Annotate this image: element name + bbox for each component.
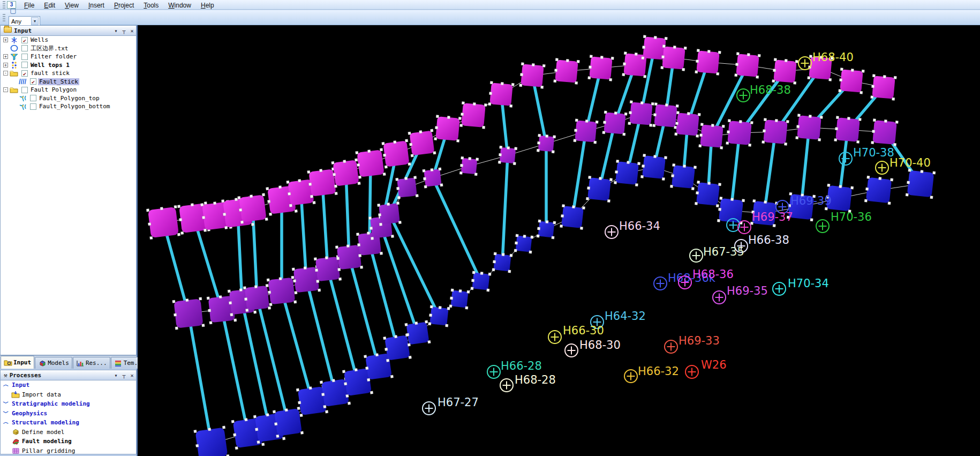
node-handle[interactable]: [460, 124, 463, 126]
fault-stick-node[interactable]: [435, 116, 460, 141]
node-handle[interactable]: [531, 236, 533, 238]
node-handle[interactable]: [296, 388, 299, 392]
node-handle[interactable]: [318, 289, 320, 291]
menu-item-window[interactable]: Window: [163, 1, 196, 10]
node-handle[interactable]: [221, 199, 224, 203]
tab-models[interactable]: Models: [35, 357, 72, 369]
node-handle[interactable]: [298, 179, 301, 182]
node-handle[interactable]: [295, 291, 297, 294]
node-handle[interactable]: [405, 323, 408, 326]
expander-icon[interactable]: +: [3, 54, 8, 59]
node-handle[interactable]: [537, 235, 539, 237]
fault-stick-node[interactable]: [461, 158, 477, 174]
node-handle[interactable]: [430, 129, 433, 132]
node-handle[interactable]: [572, 205, 575, 208]
node-handle[interactable]: [718, 208, 721, 211]
node-handle[interactable]: [332, 379, 335, 382]
node-handle[interactable]: [773, 224, 775, 227]
node-handle[interactable]: [251, 223, 254, 226]
fault-stick-node[interactable]: [308, 169, 336, 196]
node-handle[interactable]: [851, 69, 854, 71]
node-handle[interactable]: [884, 119, 887, 122]
node-handle[interactable]: [219, 295, 222, 298]
node-handle[interactable]: [377, 204, 380, 206]
fault-stick-node[interactable]: [489, 83, 512, 106]
node-handle[interactable]: [208, 309, 210, 312]
node-handle[interactable]: [614, 111, 617, 114]
node-handle[interactable]: [365, 367, 368, 370]
node-handle[interactable]: [718, 51, 721, 54]
node-handle[interactable]: [763, 129, 765, 132]
node-handle[interactable]: [574, 129, 577, 132]
fault-stick-node[interactable]: [472, 273, 490, 290]
node-handle[interactable]: [542, 64, 545, 67]
node-handle[interactable]: [300, 431, 304, 435]
menu-item-help[interactable]: Help: [196, 1, 219, 10]
node-handle[interactable]: [758, 54, 760, 57]
node-handle[interactable]: [172, 300, 175, 303]
node-handle[interactable]: [892, 98, 894, 100]
node-handle[interactable]: [795, 60, 798, 63]
node-handle[interactable]: [540, 86, 543, 88]
node-handle[interactable]: [590, 55, 592, 58]
node-handle[interactable]: [537, 227, 540, 230]
node-handle[interactable]: [344, 382, 347, 385]
node-handle[interactable]: [335, 192, 338, 195]
fault-stick-node[interactable]: [797, 115, 821, 140]
node-handle[interactable]: [310, 195, 313, 198]
node-handle[interactable]: [488, 273, 491, 275]
node-handle[interactable]: [186, 298, 189, 301]
node-handle[interactable]: [622, 73, 625, 76]
fault-stick-node[interactable]: [385, 335, 410, 360]
node-handle[interactable]: [490, 81, 493, 84]
node-handle[interactable]: [661, 66, 664, 69]
node-handle[interactable]: [367, 149, 371, 153]
fault-stick-node[interactable]: [907, 170, 934, 198]
expander-icon[interactable]: -: [3, 71, 8, 76]
node-handle[interactable]: [480, 272, 483, 274]
tree-row-wells[interactable]: +✔Wells: [1, 36, 136, 44]
expander-icon[interactable]: +: [3, 63, 8, 68]
node-handle[interactable]: [396, 178, 398, 181]
visibility-checkbox[interactable]: [30, 103, 36, 110]
node-handle[interactable]: [385, 348, 388, 351]
node-handle[interactable]: [587, 186, 590, 189]
node-handle[interactable]: [687, 112, 690, 115]
node-handle[interactable]: [839, 185, 842, 188]
input-panel-header[interactable]: Input ▾ ┬ ✕: [0, 25, 137, 36]
node-handle[interactable]: [747, 53, 750, 56]
node-handle[interactable]: [425, 320, 428, 324]
node-handle[interactable]: [513, 162, 516, 165]
node-handle[interactable]: [398, 221, 401, 223]
node-handle[interactable]: [614, 181, 616, 184]
node-handle[interactable]: [177, 205, 180, 208]
fault-stick-node[interactable]: [589, 56, 612, 79]
fault-stick-node[interactable]: [410, 131, 435, 156]
node-handle[interactable]: [150, 236, 153, 240]
node-handle[interactable]: [415, 322, 418, 325]
node-handle[interactable]: [670, 185, 673, 188]
node-handle[interactable]: [265, 218, 268, 221]
node-handle[interactable]: [320, 381, 323, 384]
node-handle[interactable]: [507, 146, 510, 149]
fault-stick-node[interactable]: [872, 120, 897, 145]
node-handle[interactable]: [202, 324, 205, 327]
visibility-checkbox[interactable]: ✔: [21, 70, 28, 77]
node-handle[interactable]: [179, 218, 182, 221]
node-handle[interactable]: [499, 153, 501, 156]
node-handle[interactable]: [255, 428, 258, 431]
node-handle[interactable]: [315, 268, 318, 271]
node-handle[interactable]: [482, 126, 485, 129]
node-handle[interactable]: [529, 251, 532, 253]
node-handle[interactable]: [828, 78, 831, 81]
tree-item-label[interactable]: Well tops 1: [29, 62, 71, 69]
node-handle[interactable]: [602, 131, 605, 134]
node-handle[interactable]: [431, 168, 433, 171]
node-handle[interactable]: [356, 233, 359, 235]
node-handle[interactable]: [623, 63, 625, 65]
node-handle[interactable]: [338, 268, 341, 271]
tree-item-label[interactable]: 工区边界.txt: [29, 44, 70, 53]
node-handle[interactable]: [342, 370, 345, 373]
node-handle[interactable]: [552, 150, 554, 153]
processes-panel-header[interactable]: ⚒ Processes ▾ ┬ ✕: [0, 370, 137, 380]
